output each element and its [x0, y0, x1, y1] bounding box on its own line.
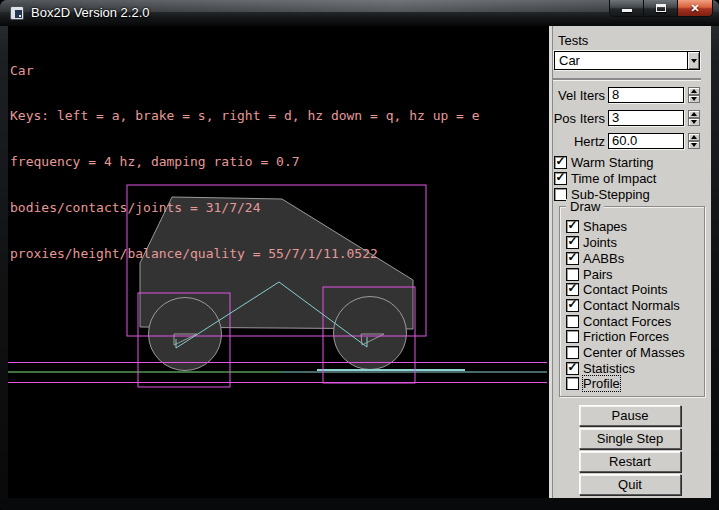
tests-label: Tests [558, 33, 588, 48]
vel-iters-spinner [688, 87, 700, 103]
pos-iters-input[interactable]: 3 [608, 110, 684, 126]
check-icon: ✓ [567, 235, 577, 247]
checkbox-box[interactable]: ✓ [554, 156, 567, 169]
checkbox-label: Joints [583, 235, 617, 250]
app-icon [10, 6, 24, 20]
pos-iters-label: Pos Iters [549, 111, 605, 126]
pause-button[interactable]: Pause [579, 405, 681, 426]
checkbox-warm-starting[interactable]: ✓ Warm Starting [554, 155, 654, 169]
close-icon: ✕ [690, 3, 699, 14]
checkbox-label: Pairs [583, 267, 613, 282]
spinner-down-button[interactable] [688, 118, 700, 126]
bodies-line: bodies/contacts/joints = 31/7/24 [10, 200, 480, 215]
checkbox-center-of-masses[interactable]: Center of Masses [566, 345, 685, 359]
check-icon: ✓ [567, 251, 577, 263]
checkbox-box[interactable]: ✓ [566, 236, 579, 249]
checkbox-box[interactable] [566, 268, 579, 281]
checkbox-box[interactable]: ✓ [566, 283, 579, 296]
hertz-label: Hertz [549, 134, 605, 149]
hertz-input[interactable]: 60.0 [608, 133, 684, 149]
checkbox-friction-forces[interactable]: Friction Forces [566, 329, 669, 343]
arrow-down-icon [691, 143, 697, 147]
box2d-window: Box2D Version 2.2.0 ✕ [0, 0, 719, 510]
checkbox-label: AABBs [583, 251, 624, 266]
checkbox-box[interactable] [566, 377, 579, 390]
checkbox-box[interactable]: ✓ [566, 299, 579, 312]
checkbox-label: Center of Masses [583, 345, 685, 360]
draw-group-title: Draw [566, 199, 604, 214]
maximize-button[interactable] [644, 0, 678, 16]
checkbox-joints[interactable]: ✓ Joints [566, 235, 617, 249]
statistics-text: Car Keys: left = a, brake = s, right = d… [10, 32, 480, 292]
minimize-button[interactable] [610, 0, 644, 16]
check-icon: ✓ [555, 155, 565, 167]
vel-iters-input[interactable]: 8 [608, 87, 684, 103]
checkbox-box[interactable] [566, 330, 579, 343]
restart-button-label: Restart [609, 454, 651, 469]
tests-dropdown[interactable]: Car [554, 51, 700, 70]
vel-iters-label: Vel Iters [549, 88, 605, 103]
arrow-up-icon [691, 112, 697, 116]
checkbox-shapes[interactable]: ✓ Shapes [566, 219, 627, 233]
checkbox-label: Statistics [583, 361, 635, 376]
checkbox-contact-points[interactable]: ✓ Contact Points [566, 282, 668, 296]
arrow-up-icon [691, 89, 697, 93]
separator [553, 78, 701, 80]
pos-iters-row: Pos Iters 3 [549, 110, 711, 126]
checkbox-contact-normals[interactable]: ✓ Contact Normals [566, 298, 680, 312]
checkbox-box[interactable]: ✓ [566, 362, 579, 375]
check-icon: ✓ [567, 219, 577, 231]
close-button[interactable]: ✕ [678, 0, 712, 16]
checkbox-label: Profile [583, 376, 620, 391]
pause-button-label: Pause [612, 408, 649, 423]
checkbox-box[interactable] [566, 315, 579, 328]
dropdown-arrow-button[interactable] [687, 52, 699, 69]
checkbox-contact-forces[interactable]: Contact Forces [566, 314, 671, 328]
checkbox-pairs[interactable]: Pairs [566, 267, 613, 281]
simulation-canvas[interactable]: Car Keys: left = a, brake = s, right = d… [8, 26, 549, 498]
checkbox-label: Contact Normals [583, 298, 680, 313]
checkbox-statistics[interactable]: ✓ Statistics [566, 361, 635, 375]
draw-group: Draw ✓ Shapes ✓ Joints ✓ AABBs Pairs [559, 206, 705, 397]
chevron-down-icon [691, 59, 697, 63]
keys-help: Keys: left = a, brake = s, right = d, hz… [10, 108, 480, 123]
checkbox-box[interactable] [566, 346, 579, 359]
app-icon-dot [19, 15, 21, 17]
check-icon: ✓ [567, 282, 577, 294]
checkbox-label: Shapes [583, 219, 627, 234]
window-content: Car Keys: left = a, brake = s, right = d… [8, 26, 711, 498]
checkbox-label: Time of Impact [571, 171, 656, 186]
checkbox-label: Contact Points [583, 282, 668, 297]
spinner-down-button[interactable] [688, 95, 700, 103]
checkbox-time-of-impact[interactable]: ✓ Time of Impact [554, 171, 656, 185]
checkbox-label: Warm Starting [571, 155, 654, 170]
checkbox-box[interactable]: ✓ [566, 252, 579, 265]
maximize-icon [656, 4, 666, 12]
single-step-button[interactable]: Single Step [579, 428, 681, 449]
checkbox-box[interactable]: ✓ [566, 220, 579, 233]
hertz-spinner [688, 133, 700, 149]
control-panel: Tests Car Vel Iters 8 Pos Iters 3 [549, 26, 711, 498]
checkbox-aabbs[interactable]: ✓ AABBs [566, 251, 624, 265]
check-icon: ✓ [567, 298, 577, 310]
hertz-row: Hertz 60.0 [549, 133, 711, 149]
tests-dropdown-value: Car [555, 53, 687, 68]
spinner-up-button[interactable] [688, 110, 700, 118]
spinner-down-button[interactable] [688, 141, 700, 149]
check-icon: ✓ [567, 361, 577, 373]
spinner-up-button[interactable] [688, 133, 700, 141]
arrow-up-icon [691, 135, 697, 139]
checkbox-label: Contact Forces [583, 314, 671, 329]
single-step-button-label: Single Step [597, 431, 664, 446]
car-wheel-right [334, 297, 407, 370]
spinner-up-button[interactable] [688, 87, 700, 95]
checkbox-box[interactable]: ✓ [554, 172, 567, 185]
checkbox-profile[interactable]: Profile [566, 376, 620, 390]
minimize-icon [622, 9, 632, 12]
arrow-down-icon [691, 97, 697, 101]
quit-button[interactable]: Quit [579, 474, 681, 495]
pos-iters-spinner [688, 110, 700, 126]
restart-button[interactable]: Restart [579, 451, 681, 472]
window-title: Box2D Version 2.2.0 [31, 5, 150, 20]
title-bar[interactable]: Box2D Version 2.2.0 ✕ [0, 0, 719, 26]
